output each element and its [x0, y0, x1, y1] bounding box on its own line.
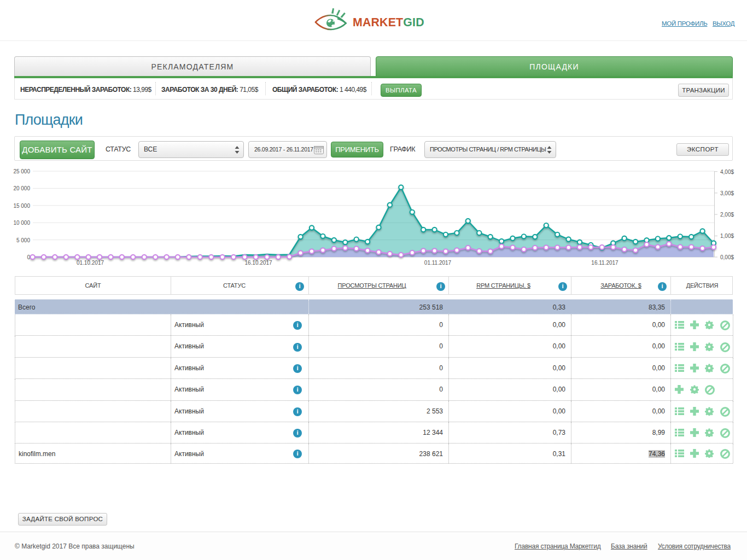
svg-text:10 000: 10 000	[13, 220, 30, 226]
svg-text:4,00$: 4,00$	[720, 169, 734, 175]
svg-text:16.10.2017: 16.10.2017	[244, 260, 272, 266]
svg-text:2,00$: 2,00$	[720, 212, 734, 218]
svg-text:16.11.2017: 16.11.2017	[591, 260, 618, 266]
svg-text:20 000: 20 000	[13, 185, 30, 191]
svg-text:0,00$: 0,00$	[720, 254, 734, 260]
svg-text:25 000: 25 000	[13, 168, 30, 174]
svg-text:01.10.2017: 01.10.2017	[77, 260, 104, 266]
svg-text:5 000: 5 000	[16, 237, 30, 243]
svg-text:1,00$: 1,00$	[720, 233, 734, 239]
svg-text:3,00$: 3,00$	[720, 190, 734, 196]
svg-text:15 000: 15 000	[13, 203, 30, 209]
svg-text:01.11.2017: 01.11.2017	[424, 260, 452, 266]
